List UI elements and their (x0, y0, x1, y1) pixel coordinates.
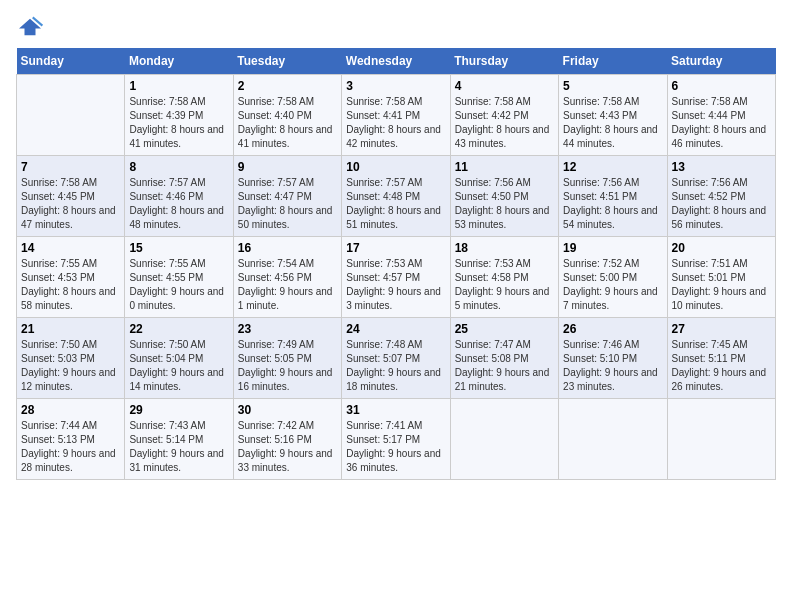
daylight-text: Daylight: 9 hours and 26 minutes. (672, 367, 767, 392)
day-number: 24 (346, 322, 445, 336)
sunset-text: Sunset: 5:01 PM (672, 272, 746, 283)
day-info: Sunrise: 7:51 AM Sunset: 5:01 PM Dayligh… (672, 257, 771, 313)
daylight-text: Daylight: 8 hours and 54 minutes. (563, 205, 658, 230)
calendar-cell: 25 Sunrise: 7:47 AM Sunset: 5:08 PM Dayl… (450, 318, 558, 399)
page-header (16, 16, 776, 38)
day-number: 8 (129, 160, 228, 174)
day-number: 30 (238, 403, 337, 417)
day-header-monday: Monday (125, 48, 233, 75)
calendar-cell: 26 Sunrise: 7:46 AM Sunset: 5:10 PM Dayl… (559, 318, 667, 399)
sunrise-text: Sunrise: 7:56 AM (672, 177, 748, 188)
calendar-cell: 20 Sunrise: 7:51 AM Sunset: 5:01 PM Dayl… (667, 237, 775, 318)
calendar-cell: 19 Sunrise: 7:52 AM Sunset: 5:00 PM Dayl… (559, 237, 667, 318)
sunrise-text: Sunrise: 7:50 AM (21, 339, 97, 350)
day-info: Sunrise: 7:58 AM Sunset: 4:40 PM Dayligh… (238, 95, 337, 151)
calendar-week-2: 7 Sunrise: 7:58 AM Sunset: 4:45 PM Dayli… (17, 156, 776, 237)
sunset-text: Sunset: 4:56 PM (238, 272, 312, 283)
calendar-cell: 29 Sunrise: 7:43 AM Sunset: 5:14 PM Dayl… (125, 399, 233, 480)
day-number: 21 (21, 322, 120, 336)
sunrise-text: Sunrise: 7:44 AM (21, 420, 97, 431)
sunrise-text: Sunrise: 7:57 AM (238, 177, 314, 188)
sunset-text: Sunset: 4:39 PM (129, 110, 203, 121)
day-info: Sunrise: 7:58 AM Sunset: 4:42 PM Dayligh… (455, 95, 554, 151)
sunrise-text: Sunrise: 7:56 AM (455, 177, 531, 188)
daylight-text: Daylight: 9 hours and 23 minutes. (563, 367, 658, 392)
daylight-text: Daylight: 8 hours and 53 minutes. (455, 205, 550, 230)
sunrise-text: Sunrise: 7:57 AM (346, 177, 422, 188)
sunset-text: Sunset: 5:07 PM (346, 353, 420, 364)
day-info: Sunrise: 7:46 AM Sunset: 5:10 PM Dayligh… (563, 338, 662, 394)
sunrise-text: Sunrise: 7:41 AM (346, 420, 422, 431)
day-header-thursday: Thursday (450, 48, 558, 75)
sunrise-text: Sunrise: 7:55 AM (21, 258, 97, 269)
calendar-cell: 27 Sunrise: 7:45 AM Sunset: 5:11 PM Dayl… (667, 318, 775, 399)
sunset-text: Sunset: 4:52 PM (672, 191, 746, 202)
calendar-cell: 18 Sunrise: 7:53 AM Sunset: 4:58 PM Dayl… (450, 237, 558, 318)
sunset-text: Sunset: 4:55 PM (129, 272, 203, 283)
daylight-text: Daylight: 9 hours and 14 minutes. (129, 367, 224, 392)
calendar-week-5: 28 Sunrise: 7:44 AM Sunset: 5:13 PM Dayl… (17, 399, 776, 480)
calendar-cell: 24 Sunrise: 7:48 AM Sunset: 5:07 PM Dayl… (342, 318, 450, 399)
day-info: Sunrise: 7:57 AM Sunset: 4:48 PM Dayligh… (346, 176, 445, 232)
day-info: Sunrise: 7:58 AM Sunset: 4:43 PM Dayligh… (563, 95, 662, 151)
sunrise-text: Sunrise: 7:57 AM (129, 177, 205, 188)
sunset-text: Sunset: 5:10 PM (563, 353, 637, 364)
daylight-text: Daylight: 9 hours and 1 minute. (238, 286, 333, 311)
day-info: Sunrise: 7:58 AM Sunset: 4:41 PM Dayligh… (346, 95, 445, 151)
calendar-cell (450, 399, 558, 480)
day-info: Sunrise: 7:56 AM Sunset: 4:50 PM Dayligh… (455, 176, 554, 232)
sunset-text: Sunset: 4:44 PM (672, 110, 746, 121)
calendar-cell: 9 Sunrise: 7:57 AM Sunset: 4:47 PM Dayli… (233, 156, 341, 237)
day-number: 28 (21, 403, 120, 417)
sunrise-text: Sunrise: 7:45 AM (672, 339, 748, 350)
sunrise-text: Sunrise: 7:58 AM (455, 96, 531, 107)
day-info: Sunrise: 7:55 AM Sunset: 4:53 PM Dayligh… (21, 257, 120, 313)
day-number: 11 (455, 160, 554, 174)
sunset-text: Sunset: 4:53 PM (21, 272, 95, 283)
sunset-text: Sunset: 4:48 PM (346, 191, 420, 202)
sunset-text: Sunset: 4:50 PM (455, 191, 529, 202)
daylight-text: Daylight: 9 hours and 18 minutes. (346, 367, 441, 392)
sunset-text: Sunset: 5:08 PM (455, 353, 529, 364)
sunset-text: Sunset: 5:11 PM (672, 353, 746, 364)
sunrise-text: Sunrise: 7:50 AM (129, 339, 205, 350)
day-number: 3 (346, 79, 445, 93)
sunset-text: Sunset: 5:14 PM (129, 434, 203, 445)
logo (16, 16, 48, 38)
sunrise-text: Sunrise: 7:58 AM (563, 96, 639, 107)
day-number: 6 (672, 79, 771, 93)
sunset-text: Sunset: 5:13 PM (21, 434, 95, 445)
sunset-text: Sunset: 4:41 PM (346, 110, 420, 121)
day-number: 5 (563, 79, 662, 93)
sunrise-text: Sunrise: 7:51 AM (672, 258, 748, 269)
day-info: Sunrise: 7:44 AM Sunset: 5:13 PM Dayligh… (21, 419, 120, 475)
calendar-cell: 14 Sunrise: 7:55 AM Sunset: 4:53 PM Dayl… (17, 237, 125, 318)
sunset-text: Sunset: 5:04 PM (129, 353, 203, 364)
daylight-text: Daylight: 8 hours and 58 minutes. (21, 286, 116, 311)
day-number: 10 (346, 160, 445, 174)
day-info: Sunrise: 7:49 AM Sunset: 5:05 PM Dayligh… (238, 338, 337, 394)
day-header-tuesday: Tuesday (233, 48, 341, 75)
day-header-sunday: Sunday (17, 48, 125, 75)
calendar-cell: 8 Sunrise: 7:57 AM Sunset: 4:46 PM Dayli… (125, 156, 233, 237)
day-number: 18 (455, 241, 554, 255)
sunset-text: Sunset: 5:03 PM (21, 353, 95, 364)
calendar-cell: 11 Sunrise: 7:56 AM Sunset: 4:50 PM Dayl… (450, 156, 558, 237)
daylight-text: Daylight: 8 hours and 47 minutes. (21, 205, 116, 230)
day-number: 25 (455, 322, 554, 336)
calendar-table: SundayMondayTuesdayWednesdayThursdayFrid… (16, 48, 776, 480)
sunrise-text: Sunrise: 7:54 AM (238, 258, 314, 269)
day-number: 19 (563, 241, 662, 255)
day-number: 23 (238, 322, 337, 336)
sunset-text: Sunset: 5:05 PM (238, 353, 312, 364)
day-info: Sunrise: 7:50 AM Sunset: 5:03 PM Dayligh… (21, 338, 120, 394)
sunrise-text: Sunrise: 7:48 AM (346, 339, 422, 350)
day-info: Sunrise: 7:53 AM Sunset: 4:58 PM Dayligh… (455, 257, 554, 313)
daylight-text: Daylight: 9 hours and 31 minutes. (129, 448, 224, 473)
daylight-text: Daylight: 8 hours and 41 minutes. (129, 124, 224, 149)
daylight-text: Daylight: 9 hours and 21 minutes. (455, 367, 550, 392)
daylight-text: Daylight: 9 hours and 5 minutes. (455, 286, 550, 311)
sunset-text: Sunset: 4:57 PM (346, 272, 420, 283)
sunrise-text: Sunrise: 7:46 AM (563, 339, 639, 350)
day-number: 1 (129, 79, 228, 93)
